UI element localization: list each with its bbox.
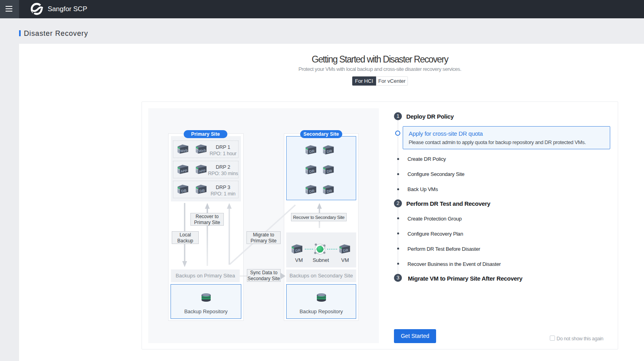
svg-text:DR: DR xyxy=(326,169,332,174)
svg-text:APP: APP xyxy=(180,169,188,173)
svg-text:Web: Web xyxy=(180,148,188,153)
svg-text:Web: Web xyxy=(198,148,207,153)
svg-text:DR: DR xyxy=(343,248,349,253)
svg-text:DR: DR xyxy=(309,189,315,194)
svg-text:DB: DB xyxy=(181,189,187,193)
svg-text:DB: DB xyxy=(199,189,205,193)
svg-text:DR: DR xyxy=(326,149,332,154)
svg-text:DR: DR xyxy=(309,149,315,154)
svg-text:DR: DR xyxy=(295,248,301,253)
svg-text:DR: DR xyxy=(309,169,315,174)
svg-text:DR: DR xyxy=(326,189,332,194)
svg-text:APP: APP xyxy=(199,169,206,173)
